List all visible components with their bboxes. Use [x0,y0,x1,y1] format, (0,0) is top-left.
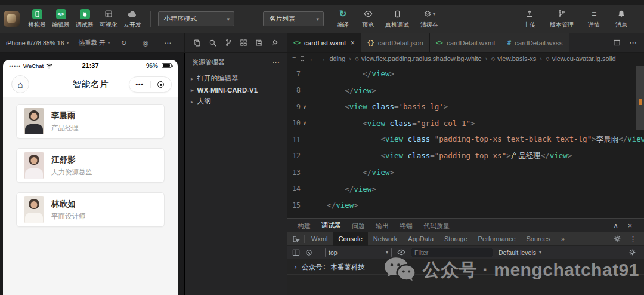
toolbar-button-debugger[interactable]: 调试器 [73,9,97,29]
compile-button[interactable]: ↻ 编译 [331,9,355,29]
back-icon[interactable]: ← [309,55,315,62]
record-icon[interactable]: ◎ [143,39,148,47]
devtools-tab-appdata[interactable]: AppData [402,232,439,246]
panel-tab-output[interactable]: 输出 [370,219,394,232]
card-item-1[interactable]: 李晨雨 产品经理 [16,104,165,139]
tab-carddetail-wxss[interactable]: # cardDetail.wxss [501,33,569,52]
battery-percent: 96% [146,63,158,69]
panel-tab-code-quality[interactable]: 代码质量 [418,219,455,232]
devtools-tab-wxml[interactable]: Wxml [306,232,333,246]
context-select[interactable]: top ▾ [325,248,392,257]
preview-button[interactable]: 预览 [356,9,380,29]
kebab-menu-icon[interactable]: ⋮ [629,235,637,243]
details-button[interactable]: ≡ 详情 [582,9,606,29]
devtools-tab-console[interactable]: Console [333,232,368,246]
panel-tab-debugger[interactable]: 调试器 [316,219,346,232]
inspect-element-icon[interactable] [287,235,304,243]
code-line-11[interactable]: 11 <view class="padding-top-xs text-blac… [287,131,636,148]
split-editor-icon[interactable] [613,39,621,47]
details-label: 详情 [588,21,600,29]
editor-tab-bar: <> cardList.wxml × {} cardDetail.json <>… [287,33,644,52]
devtools-tab-network[interactable]: Network [368,232,402,246]
real-device-debug-button[interactable]: 真机调试 [381,9,413,29]
breadcrumb-item[interactable]: ◇ view.basis-xs [491,55,536,62]
card-item-3[interactable]: 林欣如 平面设计师 [16,192,165,227]
toolbar-button-simulator[interactable]: 模拟器 [25,9,49,29]
clear-console-icon[interactable] [305,249,312,256]
simulator-quick-icons: ↻ ◎ ⋯ [120,39,178,47]
live-expression-eye-icon[interactable] [397,249,405,256]
messages-label: 消息 [615,21,627,29]
panel-tab-build[interactable]: 构建 [292,219,316,232]
console-settings-gear-icon[interactable] [629,249,639,256]
code-line-13[interactable]: 13 </view> [287,164,636,181]
wxml-file-icon: <> [293,39,301,46]
fold-chevron-icon[interactable]: ∨ [301,104,309,110]
tab-carddetail-wxml[interactable]: <> cardDetail.wxml [430,33,501,52]
upload-button[interactable]: 上传 [518,9,541,29]
toolbar-button-visualization[interactable]: 可视化 [97,9,120,29]
context-select-value: top [329,249,338,256]
code-line-14[interactable]: 14 </view> [287,181,636,198]
fold-chevron-icon[interactable]: ∨ [301,120,309,126]
devtools-tab-sources[interactable]: Sources [521,232,556,246]
breadcrumb-item[interactable]: dding [329,55,345,62]
more-icon[interactable]: ⋯ [272,59,280,66]
explorer-item-outline[interactable]: ▸ 大纲 [185,96,287,107]
console-output[interactable]: › 公众号: 木番薯科技 [287,259,644,295]
home-icon: ⌂ [17,79,23,90]
outline-list-icon[interactable]: ≡ [292,55,296,62]
chevron-down-icon: ▾ [310,16,319,22]
more-icon[interactable]: ⋯ [629,39,637,47]
code-line-15[interactable]: 15 </view> [287,197,636,214]
save-icon[interactable] [255,39,263,47]
log-levels-select[interactable]: Default levels ▾ [499,249,541,256]
refresh-icon[interactable]: ↻ [120,39,126,47]
editor-scrollbar[interactable] [636,66,644,130]
console-sidebar-icon[interactable] [292,249,300,256]
line-number: 10 [287,119,301,127]
forward-icon[interactable]: → [319,55,326,62]
capsule-more-button[interactable]: ••• [129,77,150,92]
filter-input[interactable] [411,248,493,257]
maximize-panel-icon[interactable]: ∧ [613,222,618,229]
mode-select[interactable]: 小程序模式 ▾ [158,11,234,26]
tools-icon[interactable] [271,39,278,47]
clear-cache-button[interactable]: ▾ 清缓存 [414,9,444,29]
device-select[interactable]: iPhone 6/7/8 85% 16 ▾ [6,39,69,47]
devtools-tab-storage[interactable]: Storage [439,232,473,246]
tab-carddetail-json[interactable]: {} cardDetail.json [361,33,430,52]
breadcrumb-item[interactable]: ◇ view.cu-avatar.lg.solid [546,55,616,62]
devtools-tab-performance[interactable]: Performance [473,232,521,246]
card-list: 李晨雨 产品经理 江舒影 人力资源总监 林欣 [3,97,178,295]
home-button[interactable]: ⌂ [11,75,29,93]
messages-button[interactable]: 消息 [609,9,633,29]
breadcrumb-item[interactable]: ◇ view.flex.padding.radius.shadow.bg-whi… [355,55,482,62]
toolbar-button-editor[interactable]: </> 编辑器 [49,9,73,29]
tab-cardlist-wxml[interactable]: <> cardList.wxml × [287,33,361,52]
extensions-icon[interactable] [240,39,247,47]
code-line-10[interactable]: 10∨ <view class="grid col-1"> [287,115,636,132]
bookmark-icon[interactable] [299,56,305,62]
toolbar-button-cloud-dev[interactable]: 云开发 [120,9,144,29]
code-line-7[interactable]: 7 </view> [287,66,636,82]
close-icon[interactable]: × [351,39,355,47]
code-line-9[interactable]: 9∨ <view class='basis-lg'> [287,99,636,115]
explorer-item-open-editors[interactable]: ▸ 打开的编辑器 [185,73,287,84]
panel-tab-terminal[interactable]: 终端 [394,219,418,232]
code-line-12[interactable]: 12 <view class="padding-top-xs">产品经理</vi… [287,148,636,165]
search-icon[interactable] [209,39,217,47]
page-select[interactable]: 名片列表 ▾ [263,11,324,26]
capsule-exit-button[interactable] [151,77,172,92]
more-tabs-icon[interactable]: » [556,232,570,246]
files-icon[interactable] [193,39,201,47]
close-panel-icon[interactable]: × [628,222,632,229]
panel-tab-problems[interactable]: 问题 [346,219,370,232]
more-icon[interactable]: ⋯ [164,39,171,47]
code-line-8[interactable]: 8 </view> [287,82,636,99]
hot-reload-select[interactable]: 热重载 开 ▾ [79,39,110,47]
source-control-icon[interactable] [225,39,233,47]
card-item-2[interactable]: 江舒影 人力资源总监 [16,148,165,183]
explorer-item-project-root[interactable]: ▸ WX-MINI-CARD-V1 [185,84,287,96]
version-control-button[interactable]: 版本管理 [545,9,578,29]
